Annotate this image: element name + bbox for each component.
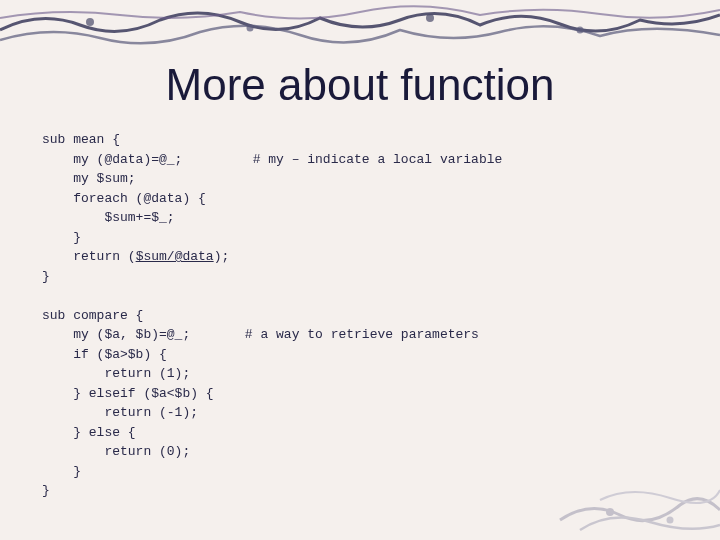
code-line: return (-1); — [42, 405, 198, 420]
code-line: } — [42, 269, 50, 284]
slide-title: More about function — [0, 60, 720, 110]
code-underlined: $sum/@data — [136, 249, 214, 264]
svg-point-3 — [577, 27, 584, 34]
top-swirl-decoration — [0, 0, 720, 55]
svg-point-1 — [247, 25, 254, 32]
code-comment: # my – indicate a local variable — [182, 152, 502, 167]
code-comment: # a way to retrieve parameters — [190, 327, 479, 342]
code-line: my $sum; — [42, 171, 136, 186]
svg-point-2 — [426, 14, 434, 22]
code-line: sub mean { — [42, 132, 120, 147]
code-line: return ( — [42, 249, 136, 264]
code-line: } elseif ($a<$b) { — [42, 386, 214, 401]
code-line: $sum+=$_; — [42, 210, 175, 225]
corner-swirl-decoration — [540, 430, 720, 540]
svg-point-4 — [606, 508, 614, 516]
code-line: } — [42, 483, 50, 498]
code-line: } — [42, 230, 81, 245]
code-line: foreach (@data) { — [42, 191, 206, 206]
code-line: } else { — [42, 425, 136, 440]
code-line: ); — [214, 249, 230, 264]
svg-point-5 — [667, 517, 674, 524]
code-line: return (0); — [42, 444, 190, 459]
code-line: my (@data)=@_; — [42, 152, 182, 167]
code-line: return (1); — [42, 366, 190, 381]
code-line: } — [42, 464, 81, 479]
code-line: my ($a, $b)=@_; — [42, 327, 190, 342]
svg-point-0 — [86, 18, 94, 26]
code-line: if ($a>$b) { — [42, 347, 167, 362]
code-line: sub compare { — [42, 308, 143, 323]
